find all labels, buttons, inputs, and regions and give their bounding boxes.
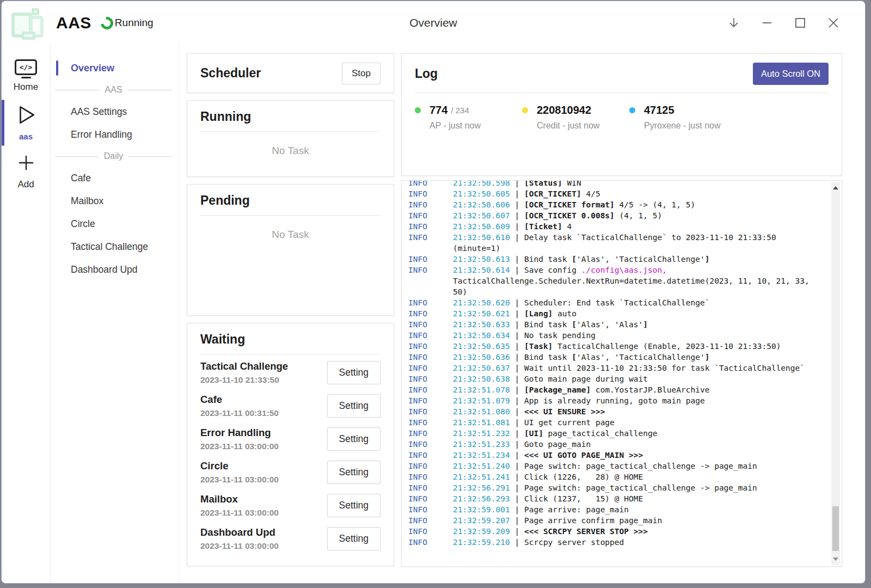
log-timestamp: 21:32:50.634 <box>453 331 510 340</box>
stat-top: 774/ 234 <box>415 104 522 117</box>
log-line: INFO21:32:59.210 | Scrcpy server stopped <box>408 537 823 548</box>
log-segment: <<< UI ENSURE >>> <box>524 407 605 416</box>
minimize-button[interactable] <box>759 15 775 30</box>
log-line: INFO21:32:50.605 | [OCR_TICKET] 4/5 <box>408 188 823 199</box>
log-segment: [OCR_TICKET 0.008s] <box>524 211 615 220</box>
waiting-task-setting-button[interactable]: Setting <box>327 361 381 384</box>
scroll-down-icon[interactable] <box>833 558 838 561</box>
log-line: INFO21:32:59.001 | Page arrive: page_mai… <box>408 504 823 515</box>
log-separator: | <box>510 385 524 394</box>
log-segment: 4/5 <box>581 189 600 198</box>
log-timestamp: 21:32:51.241 <box>453 473 510 481</box>
log-level: INFO <box>408 221 453 232</box>
waiting-task-row-dashboard-upd: Dashboard Upd2023-11-11 03:00:00Setting <box>200 522 381 555</box>
log-separator: | <box>510 266 524 274</box>
scheduler-status-text: Running <box>115 17 154 29</box>
scroll-up-icon[interactable] <box>833 186 838 189</box>
log-timestamp: 21:32:59.001 <box>453 505 510 514</box>
log-segment: ] <box>643 320 648 329</box>
sidebar-item-label: Mailbox <box>71 195 103 207</box>
maximize-button[interactable] <box>793 15 808 30</box>
sidebar-item-tactical-challenge[interactable]: Tactical Challenge <box>51 235 179 258</box>
maximize-icon <box>793 16 807 30</box>
log-stat-credit: 220810942Credit - just now <box>522 104 629 131</box>
log-message: 21:32:59.210 | Scrcpy server stopped <box>453 537 823 548</box>
scheduler-stop-button[interactable]: Stop <box>342 63 381 84</box>
sidebar-item-overview[interactable]: Overview <box>51 57 179 79</box>
log-timestamp: 21:32:59.209 <box>453 527 510 536</box>
waiting-task-info: Circle2023-11-11 03:00:00 <box>200 460 279 485</box>
divider-line <box>128 90 173 90</box>
waiting-task-name: Error Handling <box>200 427 279 439</box>
rail-item-aas[interactable]: aas <box>2 99 50 147</box>
log-message: 21:32:51.233 | Goto page_main <box>453 439 823 450</box>
log-segment: Click (1226, 28) @ HOME <box>524 473 643 481</box>
sidebar-item-cafe[interactable]: Cafe <box>51 167 179 189</box>
scrollbar-thumb[interactable] <box>832 506 839 551</box>
download-button[interactable] <box>726 15 741 30</box>
running-card: Running No Task <box>187 100 394 177</box>
log-scrollbar[interactable] <box>831 182 840 565</box>
log-separator: | <box>510 320 524 329</box>
sidebar-item-error-handling[interactable]: Error Handling <box>51 123 179 146</box>
waiting-task-setting-button[interactable]: Setting <box>327 394 381 418</box>
log-line: INFO21:32:51.079 | App is already runnin… <box>408 395 823 406</box>
log-segment: Page arrive confirm page_main <box>524 516 662 525</box>
divider-line <box>55 90 100 90</box>
log-line: INFO21:32:50.621 | [Lang] auto <box>408 308 823 319</box>
waiting-task-info: Tactical Challenge2023-11-10 21:33:50 <box>200 360 288 385</box>
waiting-task-info: Dashboard Upd2023-11-11 03:00:00 <box>200 526 279 551</box>
log-stat-pyroxene: 47125Pyroxene - just now <box>629 104 737 131</box>
sidebar-item-mailbox[interactable]: Mailbox <box>51 189 179 212</box>
log-head-row: Log Auto Scroll ON <box>415 63 829 85</box>
auto-scroll-toggle-button[interactable]: Auto Scroll ON <box>753 63 829 85</box>
log-line: INFO21:32:50.633 | Bind task ['Alas', 'A… <box>408 319 823 330</box>
window-controls <box>726 15 865 30</box>
log-level: INFO <box>408 461 453 471</box>
rail-item-home[interactable]: </> Home <box>2 54 50 99</box>
log-message: 21:32:59.001 | Page arrive: page_main <box>453 504 823 515</box>
log-line: INFO21:32:50.635 | [Task] TacticalChalle… <box>408 341 823 352</box>
log-segment: [Status] <box>524 180 562 187</box>
waiting-task-name: Tactical Challenge <box>200 360 288 372</box>
rail-item-add[interactable]: Add <box>2 147 50 196</box>
log-separator: | <box>510 527 524 536</box>
log-message: 21:32:50.620 | Scheduler: End task `Tact… <box>453 297 823 308</box>
log-stat-ap: 774/ 234AP - just now <box>415 104 522 131</box>
log-separator: | <box>510 309 524 318</box>
log-level: INFO <box>408 493 453 504</box>
log-segment: 'Alas', 'Alas' <box>576 320 643 329</box>
sidebar-item-circle[interactable]: Circle <box>51 212 179 235</box>
log-timestamp: 21:32:59.210 <box>453 538 510 547</box>
log-line: INFO21:32:59.209 | <<< SCRCPY SERVER STO… <box>408 526 823 537</box>
log-line: INFO21:32:51.240 | Page switch: page_tac… <box>408 461 823 471</box>
waiting-task-name: Cafe <box>200 394 279 406</box>
log-timestamp: 21:32:50.638 <box>453 375 510 383</box>
log-separator: | <box>510 407 524 416</box>
sidebar-item-aas-settings[interactable]: AAS Settings <box>51 100 179 123</box>
log-level: INFO <box>408 406 453 417</box>
log-line: INFO21:32:51.081 | UI get current page <box>408 417 823 428</box>
waiting-task-setting-button[interactable]: Setting <box>327 494 381 517</box>
log-level: INFO <box>408 297 453 308</box>
log-segment: No task pending <box>524 331 596 340</box>
log-segment: 4 <box>562 222 572 231</box>
close-button[interactable] <box>826 15 841 30</box>
waiting-task-setting-button[interactable]: Setting <box>327 527 381 550</box>
running-title: Running <box>200 109 381 124</box>
log-timestamp: 21:32:50.598 <box>453 180 510 187</box>
log-separator: | <box>510 364 524 372</box>
log-message: 21:32:51.081 | UI get current page <box>453 417 823 428</box>
log-segment: App is already running, goto main page <box>524 396 705 405</box>
log-timestamp: 21:32:56.291 <box>453 483 510 492</box>
stat-value: 47125 <box>644 104 674 117</box>
waiting-task-setting-button[interactable]: Setting <box>327 427 381 451</box>
log-timestamp: 21:32:50.621 <box>453 309 510 318</box>
sidebar-item-dashboard-upd[interactable]: Dashboard Upd <box>51 258 179 281</box>
waiting-task-setting-button[interactable]: Setting <box>327 461 381 484</box>
log-message: 21:32:50.621 | [Lang] auto <box>453 308 823 319</box>
log-message: 21:32:50.635 | [Task] TacticalChallenge … <box>453 341 823 352</box>
log-line: INFO21:32:51.241 | Click (1226, 28) @ HO… <box>408 471 823 482</box>
sidebar-item-label: Dashboard Upd <box>71 264 138 275</box>
pending-empty-text: No Task <box>200 229 381 241</box>
